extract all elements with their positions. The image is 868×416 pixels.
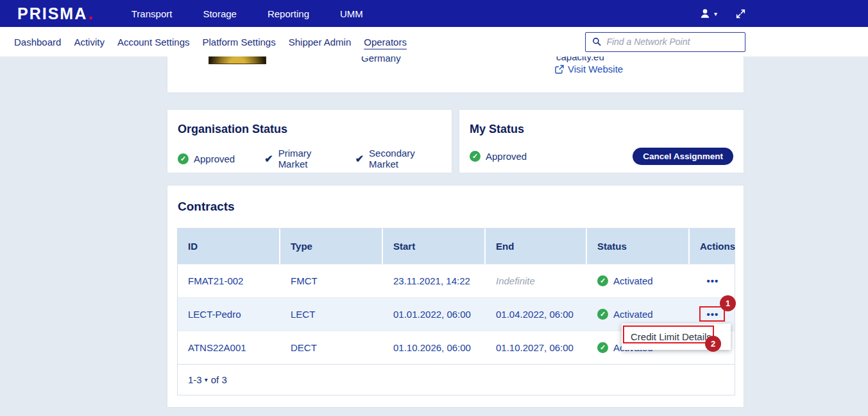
my-approved-status: ✓ Approved: [470, 151, 527, 162]
network-point-search[interactable]: [585, 32, 745, 52]
organisation-status-title: Organisation Status: [178, 123, 441, 136]
cell-contract-id: LECT-Pedro: [178, 298, 280, 331]
checkmark-icon: ✔: [264, 153, 273, 165]
operator-website-text: capacity.eu: [556, 56, 604, 62]
subnav-platform-settings[interactable]: Platform Settings: [202, 37, 275, 48]
user-menu[interactable]: ▾: [699, 8, 717, 19]
organisation-status-card: Organisation Status ✓ Approved ✔ Primary…: [167, 109, 452, 173]
cell-contract-end: Indefinite: [486, 264, 587, 297]
checkmark-icon: ✔: [355, 153, 364, 165]
contracts-table: ID Type Start End Status Actions FMAT21-…: [177, 228, 735, 395]
table-row: FMAT21-002 FMCT 23.11.2021, 14:22 Indefi…: [178, 264, 735, 297]
column-header-id: ID: [178, 229, 280, 264]
subnav-shipper-admin[interactable]: Shipper Admin: [289, 37, 352, 48]
column-header-start: Start: [383, 229, 486, 264]
operator-card: Germany capacity.eu Visit Website: [167, 56, 744, 93]
external-link-icon: [555, 65, 564, 74]
org-approved-status: ✓ Approved: [178, 153, 235, 164]
nav-umm[interactable]: UMM: [340, 8, 363, 19]
chevron-down-icon: ▾: [714, 10, 717, 17]
page-total-label: of 3: [211, 374, 227, 385]
chevron-down-icon: ▾: [205, 376, 208, 383]
subnav-activity[interactable]: Activity: [74, 37, 105, 48]
page-range-label: 1-3: [188, 374, 202, 385]
column-header-actions: Actions: [690, 229, 736, 264]
annotation-step-1-badge: 1: [720, 295, 736, 311]
main-content: Germany capacity.eu Visit Website Organi…: [167, 56, 744, 408]
check-circle-icon: ✓: [470, 151, 481, 162]
check-circle-icon: ✓: [178, 153, 189, 164]
cancel-assignment-button[interactable]: Cancel Assignment: [633, 148, 733, 165]
cell-contract-type: FMCT: [280, 264, 383, 297]
visit-website-label: Visit Website: [568, 64, 623, 74]
cell-contract-end: 01.10.2027, 06:00: [486, 331, 587, 364]
brand-text: PRISMA: [17, 4, 87, 23]
search-icon: [592, 37, 601, 47]
contracts-title: Contracts: [178, 200, 733, 214]
visit-website-link[interactable]: Visit Website: [555, 64, 623, 74]
cell-contract-start: 23.11.2021, 14:22: [383, 264, 486, 297]
primary-nav: Transport Storage Reporting UMM: [132, 8, 363, 19]
check-circle-icon: ✓: [597, 342, 608, 353]
operator-country: Germany: [361, 56, 401, 64]
cell-contract-type: LECT: [280, 298, 383, 331]
column-header-status: Status: [587, 229, 690, 264]
cell-contract-id: FMAT21-002: [178, 264, 280, 297]
cell-contract-start: 01.10.2026, 06:00: [383, 331, 486, 364]
contracts-card: Contracts ID Type Start End Status Actio…: [167, 185, 744, 408]
status-label: Activated: [613, 309, 653, 320]
operator-logo: [208, 56, 266, 64]
prisma-logo[interactable]: PRISMA.: [17, 4, 94, 24]
cell-contract-type: DECT: [280, 331, 383, 364]
subnav-operators[interactable]: Operators: [364, 37, 407, 48]
expand-icon[interactable]: [735, 8, 746, 19]
nav-transport[interactable]: Transport: [132, 8, 173, 19]
secondary-market-label: Secondary Market: [369, 148, 441, 169]
my-status-card: My Status ✓ Approved Cancel Assignment: [459, 109, 744, 173]
subnav-account-settings[interactable]: Account Settings: [117, 37, 190, 48]
primary-market-label: Primary Market: [278, 148, 339, 169]
brand-dot: .: [88, 4, 94, 24]
column-header-type: Type: [280, 229, 383, 264]
my-approved-label: Approved: [486, 151, 527, 162]
cell-contract-end: 01.04.2022, 06:00: [486, 298, 587, 331]
column-header-end: End: [486, 229, 587, 264]
search-input[interactable]: [606, 37, 738, 47]
secondary-market-status: ✔ Secondary Market: [355, 148, 441, 169]
primary-market-status: ✔ Primary Market: [264, 148, 338, 169]
nav-storage[interactable]: Storage: [203, 8, 237, 19]
secondary-nav: Dashboard Activity Account Settings Plat…: [0, 27, 868, 56]
status-label: Activated: [613, 275, 653, 286]
page-range-select[interactable]: 1-3 ▾: [188, 374, 208, 385]
cell-contract-status: ✓ Activated: [587, 264, 690, 297]
table-pagination: 1-3 ▾ of 3: [178, 364, 735, 395]
top-bar: PRISMA. Transport Storage Reporting UMM …: [0, 0, 868, 27]
nav-reporting[interactable]: Reporting: [268, 8, 309, 19]
subnav-dashboard[interactable]: Dashboard: [14, 37, 61, 48]
cell-contract-id: ATNS22A001: [178, 331, 280, 364]
my-status-title: My Status: [470, 123, 733, 136]
cell-contract-start: 01.01.2022, 06:00: [383, 298, 486, 331]
org-approved-label: Approved: [194, 153, 235, 164]
check-circle-icon: ✓: [597, 275, 608, 286]
user-icon: [699, 8, 711, 19]
check-circle-icon: ✓: [597, 309, 608, 320]
annotation-step-2-badge: 2: [705, 336, 721, 352]
table-header-row: ID Type Start End Status Actions: [178, 229, 735, 264]
row-actions-button[interactable]: •••: [690, 264, 736, 297]
